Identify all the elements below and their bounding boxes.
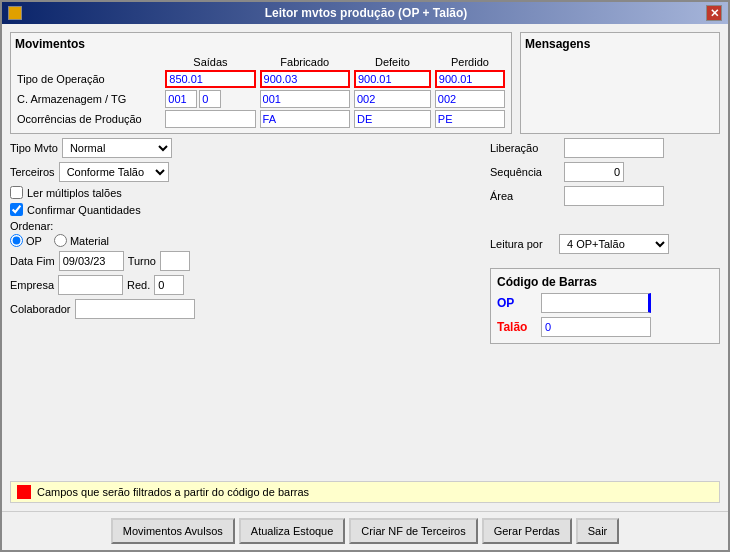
empresa-input[interactable] bbox=[58, 275, 123, 295]
colaborador-label: Colaborador bbox=[10, 303, 71, 315]
talao-input[interactable] bbox=[541, 317, 651, 337]
empresa-row: Empresa Red. bbox=[10, 275, 482, 295]
terceiros-row: Terceiros Conforme Talão Sim Não bbox=[10, 162, 482, 182]
turno-label: Turno bbox=[128, 255, 156, 267]
cod-barras-title: Código de Barras bbox=[497, 275, 713, 289]
empresa-label: Empresa bbox=[10, 279, 54, 291]
col-header-label bbox=[15, 55, 163, 69]
top-section: Movimentos Saídas Fabricado Defeito Perd… bbox=[10, 32, 720, 134]
footer-legend: Campos que serão filtrados a partir do c… bbox=[10, 481, 720, 503]
col-header-defeito: Defeito bbox=[352, 55, 433, 69]
ocorrencias-fabricado-input[interactable] bbox=[260, 110, 350, 128]
ler-multiplos-checkbox[interactable] bbox=[10, 186, 23, 199]
col-header-fabricado: Fabricado bbox=[258, 55, 352, 69]
row-label: Tipo de Operação bbox=[15, 69, 163, 89]
op-input[interactable] bbox=[541, 293, 651, 313]
leitura-select[interactable]: 4 OP+Talão 1 OP 2 Talão 3 Barras bbox=[559, 234, 669, 254]
talao-row: Talão bbox=[497, 317, 713, 337]
red-label: Red. bbox=[127, 279, 150, 291]
movimentos-avulsos-button[interactable]: Movimentos Avulsos bbox=[111, 518, 235, 544]
leitura-row: Leitura por 4 OP+Talão 1 OP 2 Talão 3 Ba… bbox=[490, 234, 720, 254]
main-window: Leitor mvtos produção (OP + Talão) ✕ Mov… bbox=[0, 0, 730, 552]
ocorrencias-saidas-input[interactable] bbox=[165, 110, 255, 128]
red-input[interactable] bbox=[154, 275, 184, 295]
armazenagem-defeito-input[interactable] bbox=[354, 90, 431, 108]
movimentos-panel: Movimentos Saídas Fabricado Defeito Perd… bbox=[10, 32, 512, 134]
table-row: Ocorrências de Produção bbox=[15, 109, 507, 129]
tipo-op-saidas-input[interactable] bbox=[165, 70, 255, 88]
col-header-perdido: Perdido bbox=[433, 55, 507, 69]
mensagens-title: Mensagens bbox=[525, 37, 715, 51]
liberacao-label: Liberação bbox=[490, 142, 560, 154]
red-square-icon bbox=[17, 485, 31, 499]
title-bar: Leitor mvtos produção (OP + Talão) ✕ bbox=[2, 2, 728, 24]
radio-op-item: OP bbox=[10, 234, 42, 247]
colaborador-input[interactable] bbox=[75, 299, 195, 319]
confirmar-qtd-row: Confirmar Quantidades bbox=[10, 203, 482, 216]
terceiros-select[interactable]: Conforme Talão Sim Não bbox=[59, 162, 169, 182]
tipo-mvto-label: Tipo Mvto bbox=[10, 142, 58, 154]
tipo-op-fabricado-input[interactable] bbox=[260, 70, 350, 88]
ler-multiplos-row: Ler múltiplos talões bbox=[10, 186, 482, 199]
radio-op[interactable] bbox=[10, 234, 23, 247]
criar-nf-button[interactable]: Criar NF de Terceiros bbox=[349, 518, 477, 544]
tipo-mvto-row: Tipo Mvto Normal Especial bbox=[10, 138, 482, 158]
close-button[interactable]: ✕ bbox=[706, 5, 722, 21]
turno-input[interactable] bbox=[160, 251, 190, 271]
data-fim-input[interactable] bbox=[59, 251, 124, 271]
sequencia-input[interactable] bbox=[564, 162, 624, 182]
radio-row: OP Material bbox=[10, 234, 482, 247]
movimentos-title: Movimentos bbox=[15, 37, 507, 51]
colaborador-row: Colaborador bbox=[10, 299, 482, 319]
terceiros-label: Terceiros bbox=[10, 166, 55, 178]
main-form: Tipo Mvto Normal Especial Terceiros Conf… bbox=[10, 138, 720, 475]
table-row: C. Armazenagem / TG bbox=[15, 89, 507, 109]
armazenagem-perdido-input[interactable] bbox=[435, 90, 505, 108]
radio-material-label: Material bbox=[70, 235, 109, 247]
atualiza-estoque-button[interactable]: Atualiza Estoque bbox=[239, 518, 346, 544]
right-form: Liberação Sequência Área Leitura por 4 O… bbox=[490, 138, 720, 475]
sequencia-row: Sequência bbox=[490, 162, 720, 182]
radio-op-label: OP bbox=[26, 235, 42, 247]
confirmar-qtd-label: Confirmar Quantidades bbox=[27, 204, 141, 216]
table-row: Tipo de Operação bbox=[15, 69, 507, 89]
movimentos-table: Saídas Fabricado Defeito Perdido Tipo de… bbox=[15, 55, 507, 129]
radio-material[interactable] bbox=[54, 234, 67, 247]
mensagens-panel: Mensagens bbox=[520, 32, 720, 134]
armazenagem-saidas2-input[interactable] bbox=[199, 90, 221, 108]
row-label: C. Armazenagem / TG bbox=[15, 89, 163, 109]
content-area: Movimentos Saídas Fabricado Defeito Perd… bbox=[2, 24, 728, 511]
op-row: OP bbox=[497, 293, 713, 313]
tipo-op-perdido-input[interactable] bbox=[435, 70, 505, 88]
area-label: Área bbox=[490, 190, 560, 202]
tipo-mvto-select[interactable]: Normal Especial bbox=[62, 138, 172, 158]
ordenar-section: Ordenar: OP Material bbox=[10, 220, 482, 247]
gerar-perdas-button[interactable]: Gerar Perdas bbox=[482, 518, 572, 544]
ordenar-label: Ordenar: bbox=[10, 220, 53, 232]
op-label: OP bbox=[497, 296, 537, 310]
data-fim-row: Data Fim Turno bbox=[10, 251, 482, 271]
row-label: Ocorrências de Produção bbox=[15, 109, 163, 129]
codigo-barras-section: Código de Barras OP Talão bbox=[490, 268, 720, 344]
window-title: Leitor mvtos produção (OP + Talão) bbox=[26, 6, 706, 20]
talao-label: Talão bbox=[497, 320, 537, 334]
tipo-op-defeito-input[interactable] bbox=[354, 70, 431, 88]
ocorrencias-defeito-input[interactable] bbox=[354, 110, 431, 128]
data-fim-label: Data Fim bbox=[10, 255, 55, 267]
leitura-label: Leitura por bbox=[490, 238, 555, 250]
sequencia-label: Sequência bbox=[490, 166, 560, 178]
legend-text: Campos que serão filtrados a partir do c… bbox=[37, 486, 309, 498]
ocorrencias-perdido-input[interactable] bbox=[435, 110, 505, 128]
sair-button[interactable]: Sair bbox=[576, 518, 620, 544]
app-icon bbox=[8, 6, 22, 20]
area-row: Área bbox=[490, 186, 720, 206]
button-bar: Movimentos Avulsos Atualiza Estoque Cria… bbox=[2, 511, 728, 550]
col-header-saidas: Saídas bbox=[163, 55, 257, 69]
liberacao-input[interactable] bbox=[564, 138, 664, 158]
armazenagem-fabricado-input[interactable] bbox=[260, 90, 350, 108]
ler-multiplos-label: Ler múltiplos talões bbox=[27, 187, 122, 199]
area-input[interactable] bbox=[564, 186, 664, 206]
confirmar-qtd-checkbox[interactable] bbox=[10, 203, 23, 216]
armazenagem-saidas-input[interactable] bbox=[165, 90, 197, 108]
left-form: Tipo Mvto Normal Especial Terceiros Conf… bbox=[10, 138, 482, 475]
